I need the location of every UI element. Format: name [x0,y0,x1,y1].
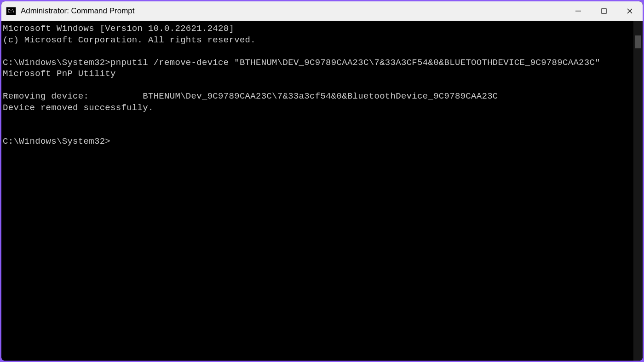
maximize-icon [601,8,607,14]
window-controls [565,1,643,21]
close-button[interactable] [617,1,643,21]
terminal-area: Microsoft Windows [Version 10.0.22621.24… [1,21,643,361]
minimize-button[interactable] [565,1,591,21]
minimize-icon [575,8,581,14]
terminal-line: Microsoft Windows [Version 10.0.22621.24… [3,23,234,34]
terminal-line: Removing device: BTHENUM\Dev_9C9789CAA23… [3,91,498,101]
window-title: Administrator: Command Prompt [21,6,135,16]
terminal-output[interactable]: Microsoft Windows [Version 10.0.22621.24… [1,21,633,361]
terminal-line: Device removed successfully. [3,103,154,113]
scrollbar-thumb[interactable] [635,35,641,48]
close-icon [627,8,633,14]
svg-rect-1 [602,9,606,13]
scrollbar-track[interactable] [633,21,643,361]
command-prompt-window: C:\ Administrator: Command Prompt [1,1,643,361]
terminal-prompt: C:\Windows\System32> [3,136,110,146]
maximize-button[interactable] [591,1,617,21]
terminal-line: Microsoft PnP Utility [3,69,116,79]
titlebar[interactable]: C:\ Administrator: Command Prompt [1,1,643,21]
terminal-line: C:\Windows\System32>pnputil /remove-devi… [3,58,600,68]
cmd-icon-text: C:\ [8,9,14,13]
cmd-icon: C:\ [6,7,16,15]
terminal-line: (c) Microsoft Corporation. All rights re… [3,35,256,45]
